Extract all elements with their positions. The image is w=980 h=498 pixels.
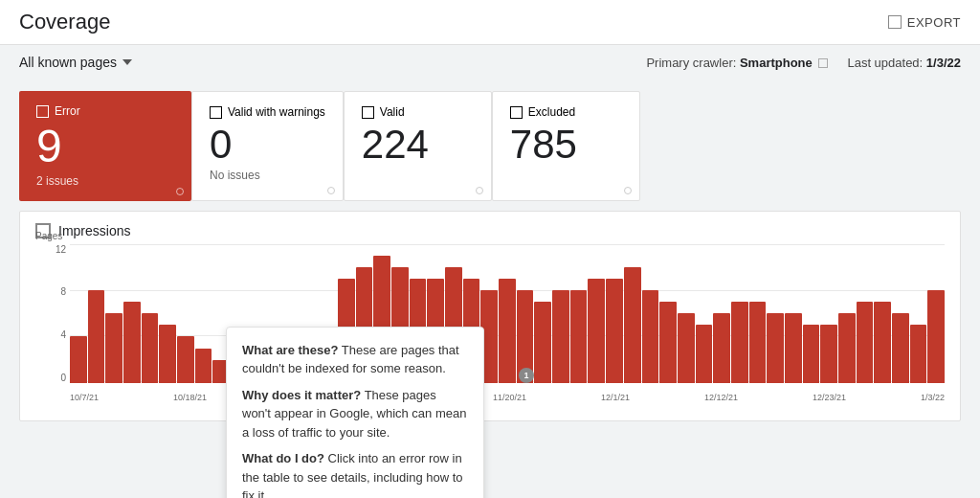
bar [713,313,730,383]
excluded-card[interactable]: Excluded 785 [492,91,640,201]
bars-area [70,244,945,383]
excluded-card-number: 785 [510,123,622,167]
bar [910,325,927,382]
bar [70,336,87,382]
error-checkbox-icon [36,105,49,118]
filter-dropdown-label: All known pages [19,55,117,70]
valid-card[interactable]: Valid 224 [344,91,492,201]
chevron-down-icon [122,59,132,65]
y-label-bottom: 0 [60,373,66,383]
x-label-8: 12/23/21 [813,393,846,402]
chart-area: Impressions 12 8 4 0 Pages [19,211,961,421]
bar [927,290,945,383]
y-axis-label: Pages [35,231,62,241]
impressions-label: Impressions [58,223,130,238]
x-labels: 10/7/21 10/18/21 10/29/21 11/9/21 11/20/… [70,393,945,402]
bar [892,313,909,383]
bar [696,325,713,382]
bar [749,302,767,383]
bar [570,290,588,383]
valid-card-number: 224 [362,123,474,167]
x-label-6: 12/1/21 [601,393,630,402]
error-card-label: Error [36,104,174,118]
bar [105,313,122,383]
x-label-1: 10/7/21 [70,393,99,402]
bar [177,336,194,382]
bar [767,313,784,383]
last-updated-info: Last updated: 1/3/22 [847,56,961,70]
bar [659,302,677,383]
valid-checkbox-icon [362,106,374,119]
bar [731,302,748,383]
bar [588,279,605,383]
filter-dropdown[interactable]: All known pages [19,55,132,70]
x-label-5: 11/20/21 [493,393,526,402]
meta-info: Primary crawler: Smartphone Last updated… [646,56,961,70]
bar [195,349,212,383]
bar [820,325,837,382]
bar [123,302,141,383]
bar [159,325,176,382]
tooltip-p1: What are these? These are pages that cou… [242,341,468,378]
primary-crawler-info: Primary crawler: Smartphone [646,56,828,70]
tooltip-q2-bold: Why does it matter? [242,388,361,402]
bar [785,313,802,383]
excluded-checkbox-icon [510,106,523,119]
valid-warnings-card-label: Valid with warnings [210,105,325,119]
bar [534,302,551,383]
error-card-number: 9 [36,122,174,172]
excluded-card-label: Excluded [510,105,622,119]
filter-bar: All known pages Primary crawler: Smartph… [0,45,980,79]
tooltip-q1-bold: What are these? [242,343,338,357]
x-label-9: 1/3/22 [921,393,945,402]
tooltip: What are these? These are pages that cou… [226,327,484,498]
crawler-info-icon [818,58,828,68]
cards-row: Error 9 2 issues Valid with warnings 0 N… [19,91,961,201]
bar [874,302,891,383]
main-content: Error 9 2 issues Valid with warnings 0 N… [0,79,980,433]
y-label-mid1: 8 [60,286,66,297]
error-card[interactable]: Error 9 2 issues [19,91,191,201]
bar [142,313,159,383]
chart-header: Impressions [35,223,945,238]
error-card-dot [176,188,184,195]
export-label: EXPORT [907,15,961,30]
primary-crawler-value: Smartphone [740,56,813,70]
valid-warnings-card[interactable]: Valid with warnings 0 No issues [191,91,344,201]
export-button[interactable]: EXPORT [888,15,961,30]
bar [624,267,641,383]
x-label-7: 12/12/21 [704,393,738,402]
bar [803,325,820,382]
scrubber-dot[interactable]: 1 [519,368,534,383]
bar [838,313,856,383]
bar [678,313,695,383]
y-labels: 12 8 4 0 [35,244,66,383]
chart-container: 12 8 4 0 Pages 10/7/21 10/18/21 10/29/21 [35,244,945,402]
bar [606,279,623,383]
bar [642,290,659,383]
bar [88,290,105,383]
valid-card-label: Valid [362,105,474,119]
valid-warnings-card-sub: No issues [210,169,325,182]
page-title: Coverage [19,10,110,34]
valid-card-dot [476,187,483,194]
error-card-sub: 2 issues [36,174,174,188]
tooltip-p3: What do I do? Click into an error row in… [242,449,468,498]
valid-warnings-card-number: 0 [210,123,325,167]
y-label-mid2: 4 [60,329,66,340]
bar [857,302,874,383]
y-label-top: 12 [56,244,66,255]
valid-warnings-checkbox-icon [210,106,222,119]
x-label-2: 10/18/21 [173,393,207,402]
valid-warnings-card-dot [327,187,335,194]
bar [499,279,516,383]
bar [552,290,569,383]
excluded-card-dot [624,187,632,194]
tooltip-p2: Why does it matter? These pages won't ap… [242,386,468,442]
export-checkbox-icon [888,15,902,29]
last-updated-value: 1/3/22 [926,56,961,70]
top-bar: Coverage EXPORT [0,0,980,45]
tooltip-q3-bold: What do I do? [242,451,324,465]
